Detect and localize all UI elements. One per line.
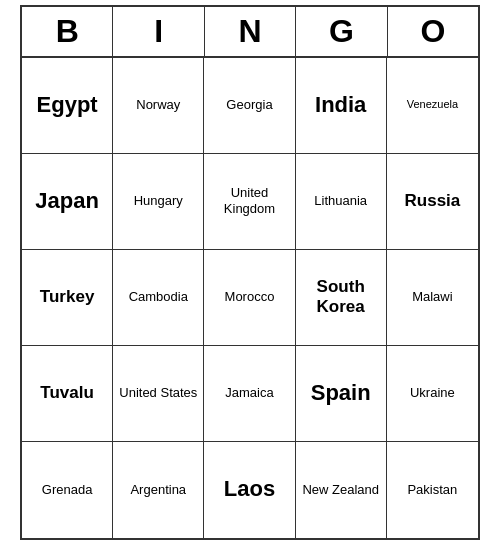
header-letter-o: O xyxy=(388,7,478,56)
cell-r2-c1: Cambodia xyxy=(113,250,204,346)
cell-r2-c0: Turkey xyxy=(22,250,113,346)
bingo-header: BINGO xyxy=(22,7,478,58)
header-letter-b: B xyxy=(22,7,113,56)
header-letter-g: G xyxy=(296,7,387,56)
header-letter-n: N xyxy=(205,7,296,56)
cell-r3-c1: United States xyxy=(113,346,204,442)
cell-r1-c0: Japan xyxy=(22,154,113,250)
cell-r0-c3: India xyxy=(296,58,387,154)
cell-r3-c3: Spain xyxy=(296,346,387,442)
bingo-grid: EgyptNorwayGeorgiaIndiaVenezuelaJapanHun… xyxy=(22,58,478,538)
header-letter-i: I xyxy=(113,7,204,56)
cell-r3-c2: Jamaica xyxy=(204,346,295,442)
cell-r1-c1: Hungary xyxy=(113,154,204,250)
cell-r2-c4: Malawi xyxy=(387,250,478,346)
cell-r4-c1: Argentina xyxy=(113,442,204,538)
cell-r4-c4: Pakistan xyxy=(387,442,478,538)
cell-r1-c4: Russia xyxy=(387,154,478,250)
cell-r0-c1: Norway xyxy=(113,58,204,154)
cell-r4-c3: New Zealand xyxy=(296,442,387,538)
cell-r4-c2: Laos xyxy=(204,442,295,538)
cell-r0-c4: Venezuela xyxy=(387,58,478,154)
cell-r4-c0: Grenada xyxy=(22,442,113,538)
cell-r1-c3: Lithuania xyxy=(296,154,387,250)
cell-r0-c0: Egypt xyxy=(22,58,113,154)
cell-r2-c2: Morocco xyxy=(204,250,295,346)
bingo-card: BINGO EgyptNorwayGeorgiaIndiaVenezuelaJa… xyxy=(20,5,480,540)
cell-r2-c3: South Korea xyxy=(296,250,387,346)
cell-r3-c0: Tuvalu xyxy=(22,346,113,442)
cell-r0-c2: Georgia xyxy=(204,58,295,154)
cell-r1-c2: United Kingdom xyxy=(204,154,295,250)
cell-r3-c4: Ukraine xyxy=(387,346,478,442)
